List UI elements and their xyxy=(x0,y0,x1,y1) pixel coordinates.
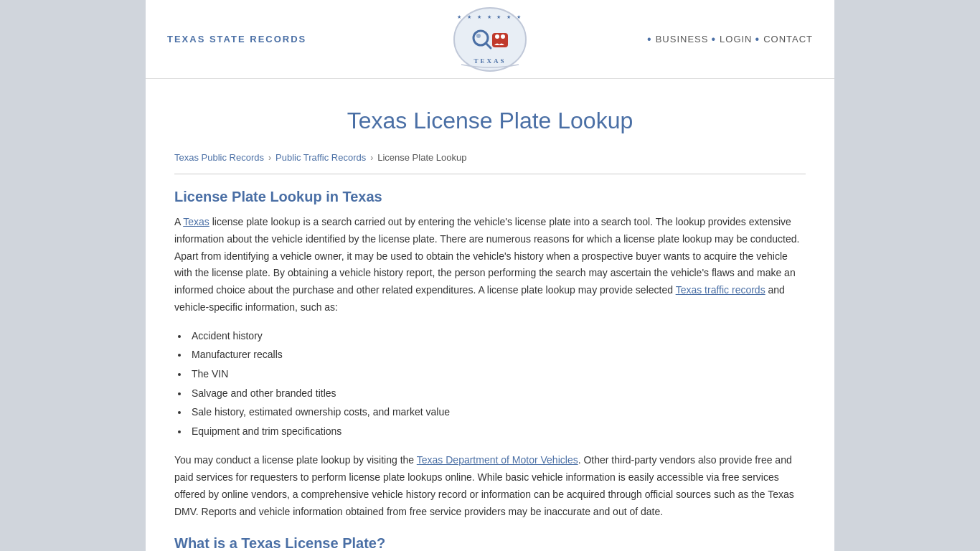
list-item: Salvage and other branded titles xyxy=(189,384,806,403)
dot-contact: • xyxy=(755,33,760,46)
nav-business[interactable]: BUSINESS xyxy=(656,34,709,44)
site-logo[interactable]: ★ ★ ★ ★ ★ ★ ★ TEXAS xyxy=(451,6,529,77)
list-item: Equipment and trim specifications xyxy=(189,422,806,441)
breadcrumb-item-2[interactable]: Public Traffic Records xyxy=(275,152,366,163)
link-texas[interactable]: Texas xyxy=(183,216,209,227)
link-traffic-records[interactable]: Texas traffic records xyxy=(676,284,765,296)
main-nav: • BUSINESS • LOGIN • CONTACT xyxy=(647,33,813,46)
breadcrumb-current: License Plate Lookup xyxy=(377,152,466,163)
svg-point-4 xyxy=(476,34,481,38)
svg-text:★ ★ ★ ★ ★ ★ ★: ★ ★ ★ ★ ★ ★ ★ xyxy=(457,14,523,20)
breadcrumb-separator-1: › xyxy=(268,153,271,163)
site-header: TEXAS STATE RECORDS ★ ★ ★ ★ ★ ★ ★ TEXAS xyxy=(146,0,834,79)
site-title: TEXAS STATE RECORDS xyxy=(167,34,306,44)
svg-text:TEXAS: TEXAS xyxy=(473,57,506,65)
svg-point-6 xyxy=(495,34,499,39)
list-item: Manufacturer recalls xyxy=(189,345,806,364)
section-heading-1: License Plate Lookup in Texas xyxy=(174,189,806,205)
svg-point-7 xyxy=(501,34,505,39)
breadcrumb-separator-2: › xyxy=(370,153,373,163)
nav-contact[interactable]: CONTACT xyxy=(763,34,813,44)
main-content: Texas License Plate Lookup Texas Public … xyxy=(146,79,834,551)
section-heading-2: What is a Texas License Plate? xyxy=(174,535,806,551)
list-item: Sale history, estimated ownership costs,… xyxy=(189,402,806,422)
dot-business: • xyxy=(647,33,651,46)
section-1-para-2: You may conduct a license plate lookup b… xyxy=(174,452,806,520)
section-1-para-1: A Texas license plate lookup is a search… xyxy=(174,214,806,316)
dot-login: • xyxy=(711,33,715,46)
feature-list: Accident history Manufacturer recalls Th… xyxy=(189,326,806,441)
breadcrumb-item-1[interactable]: Texas Public Records xyxy=(174,152,264,163)
breadcrumb: Texas Public Records › Public Traffic Re… xyxy=(174,152,806,174)
list-item: The VIN xyxy=(189,364,806,384)
nav-login[interactable]: LOGIN xyxy=(720,34,752,44)
page-title: Texas License Plate Lookup xyxy=(174,108,806,134)
section-what-is-license-plate: What is a Texas License Plate? Texas lic… xyxy=(174,535,806,551)
link-dmv[interactable]: Texas Department of Motor Vehicles xyxy=(417,454,578,466)
section-license-plate-lookup: License Plate Lookup in Texas A Texas li… xyxy=(174,189,806,521)
list-item: Accident history xyxy=(189,326,806,346)
